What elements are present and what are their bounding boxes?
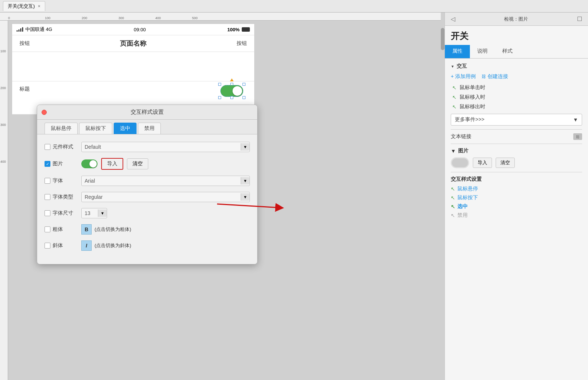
handle-bl[interactable] [218,96,221,99]
dialog-tab-hover[interactable]: 鼠标悬停 [45,123,78,134]
cursor-icon-mouseover: ↖ [452,94,457,100]
component-style-dropdown-icon[interactable]: ▼ [241,143,249,151]
toggle-mini-control[interactable] [81,159,98,168]
form-label-image: ✓ 图片 [45,161,81,167]
dialog-close-button[interactable] [42,110,47,115]
font-label: 字体 [53,177,63,184]
dialog-body: 元件样式 Default ▼ ✓ 图片 [37,134,257,264]
checkbox-image[interactable]: ✓ [45,161,50,167]
italic-row: I (点击切换为斜体) [81,240,250,251]
tab-label: 开关(无交互) [8,3,35,10]
pin-triangle-icon [230,78,234,81]
import-button-panel[interactable]: 导入 [473,158,492,168]
clear-button-dialog[interactable]: 清空 [127,158,148,169]
panel-tab-style[interactable]: 样式 [495,45,520,58]
form-row-component-style: 元件样式 Default ▼ [45,142,250,152]
add-use-case-link[interactable]: + 添加用例 [451,73,476,80]
ruler-mark-100: 100 [45,16,50,20]
checkbox-italic[interactable] [45,243,50,249]
toggle-knob [233,86,242,96]
create-connection-link[interactable]: ⛓ 创建连接 [482,73,508,80]
form-row-bold: 粗体 B (点击切换为粗体) [45,224,250,235]
more-events-label: 更多事件>>> [455,116,485,123]
image-section-title: ▼ 图片 [451,148,582,154]
form-control-bold: B (点击切换为粗体) [81,224,250,235]
nav-left-btn[interactable]: 按钮 [20,40,30,47]
font-select[interactable]: Arial ▼ [81,176,250,186]
handle-tr[interactable] [242,83,245,86]
ruler-top: 0 100 200 300 400 500 [0,13,441,21]
cursor-icon-click: ↖ [452,85,457,91]
interaction-label: 交互 [457,63,467,70]
font-type-dropdown-icon[interactable]: ▼ [241,193,249,201]
handle-bc[interactable] [230,96,233,99]
handle-tl[interactable] [218,83,221,86]
dialog-tabs: 鼠标悬停 鼠标按下 选中 禁用 [37,120,257,134]
checkbox-font[interactable] [45,178,50,184]
signal-bar-3 [20,28,21,32]
divider-2 [451,144,582,144]
component-style-select[interactable]: Default ▼ [81,142,250,152]
panel-tab-description[interactable]: 说明 [470,45,495,58]
interaction-style-selected[interactable]: ↖ 选中 [451,203,582,210]
cursor-hover-icon: ↖ [451,186,455,192]
font-size-select[interactable]: 13 ▼ [81,208,107,218]
form-control-font[interactable]: Arial ▼ [81,176,250,186]
event-row-mouseover: ↖ 鼠标移入时 [451,94,582,101]
clear-button-panel[interactable]: 清空 [496,158,515,168]
link-chain-icon-2[interactable]: ⛓ [573,133,582,140]
nav-right-btn[interactable]: 按钮 [237,40,247,47]
font-size-label: 字体尺寸 [53,210,73,217]
phone-nav-bar: 按钮 页面名称 按钮 [12,35,254,52]
font-type-select[interactable]: Regular ▼ [81,192,250,202]
form-row-font-type: 字体类型 Regular ▼ [45,192,250,202]
canvas-scrollbar[interactable] [441,21,444,380]
checkbox-bold[interactable] [45,226,50,232]
event-row-mouseout: ↖ 鼠标移出时 [451,103,582,110]
toggle-widget-area[interactable] [220,85,243,97]
signal-bar-1 [17,30,18,32]
link-chain-icon: ⛓ [482,74,486,79]
font-dropdown-icon[interactable]: ▼ [241,177,249,184]
signal-bars-icon [17,27,23,32]
checkbox-component-style[interactable] [45,144,50,150]
italic-button[interactable]: I [81,240,92,251]
interaction-style-mousedown[interactable]: ↖ 鼠标按下 [451,194,582,201]
more-events-dropdown[interactable]: 更多事件>>> ▼ [451,114,582,126]
canvas-area: 0 100 200 300 400 500 100 200 300 400 [0,13,444,380]
handle-br[interactable] [242,96,245,99]
toggle-on[interactable] [220,85,243,97]
form-control-component-style[interactable]: Default ▼ [81,142,250,152]
divider-1 [451,129,582,130]
interaction-style-section: 交互样式设置 ↖ 鼠标悬停 ↖ 鼠标按下 ↖ 选中 ↖ [451,176,582,219]
form-control-font-type[interactable]: Regular ▼ [81,192,250,202]
event-row-click: ↖ 鼠标单击时 [451,84,582,91]
scroll-thumb[interactable] [441,28,444,50]
checkbox-font-type[interactable] [45,194,50,200]
doc-icon[interactable]: ☐ [577,15,582,22]
interaction-style-hover[interactable]: ↖ 鼠标悬停 [451,186,582,192]
import-button-highlighted[interactable]: 导入 [101,158,123,170]
form-control-image: 导入 清空 [81,158,250,170]
interaction-style-disabled[interactable]: ↖ 禁用 [451,212,582,219]
form-label-font-size: 字体尺寸 [45,210,81,217]
bold-button[interactable]: B [81,224,92,235]
interaction-section-header: ▼ 交互 [451,63,582,70]
dialog-tab-disabled[interactable]: 禁用 [138,123,161,134]
chevron-down-icon: ▼ [451,64,454,68]
app-container: 开关(无交互) × 0 100 200 300 400 500 100 200 [0,0,588,380]
dialog-tab-mousedown[interactable]: 鼠标按下 [79,123,112,134]
checkbox-font-size[interactable] [45,210,50,216]
font-size-dropdown-icon[interactable]: ▼ [98,210,107,217]
panel-tab-attributes[interactable]: 属性 [445,45,470,58]
tab-bar: 开关(无交互) × [0,0,588,13]
event-click-label: 鼠标单击时 [460,84,485,91]
tab-close-icon[interactable]: × [38,4,40,9]
dialog-tab-selected[interactable]: 选中 [114,123,137,134]
dialog-title: 交互样式设置 [131,109,164,116]
tab-item[interactable]: 开关(无交互) × [3,1,45,11]
ruler-v-100: 100 [0,49,6,53]
back-icon[interactable]: ◁ [451,15,455,22]
font-size-value: 13 [82,208,98,218]
battery-percent: 100% [227,27,240,32]
